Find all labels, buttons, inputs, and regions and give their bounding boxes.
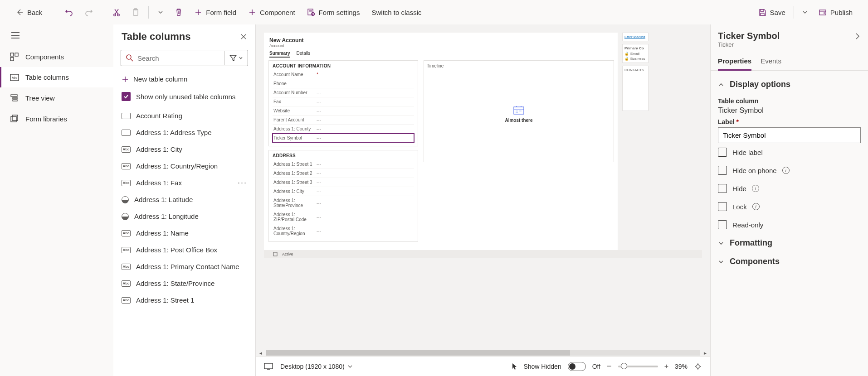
column-item[interactable]: Address 1: Longitude [113, 208, 255, 225]
form-field-row[interactable]: Website--- [273, 106, 414, 116]
hide-checkbox[interactable]: Hide i [718, 179, 861, 198]
switch-classic-button[interactable]: Switch to classic [368, 6, 425, 19]
search-row [121, 50, 248, 66]
hide-label-checkbox[interactable]: Hide label [718, 143, 861, 161]
delete-button[interactable] [171, 5, 186, 19]
form-field-row[interactable]: Fax--- [273, 97, 414, 106]
form-tab-summary[interactable]: Summary [269, 51, 290, 58]
search-input[interactable] [137, 54, 220, 62]
label-input[interactable] [718, 127, 861, 143]
nav-form-libraries[interactable]: Form libraries [0, 108, 113, 129]
stub-primary-card[interactable]: Primary Co 🔒Email 🔒Business [622, 44, 649, 63]
section-display-options[interactable]: Display options [718, 75, 861, 94]
tab-events[interactable]: Events [761, 53, 781, 70]
viewport-selector[interactable]: Desktop (1920 x 1080) [280, 363, 353, 370]
zoom-slider[interactable] [618, 366, 658, 367]
section-components[interactable]: Components [718, 252, 861, 271]
form-settings-button[interactable]: Form settings [303, 5, 364, 19]
column-item[interactable]: AbcAddress 1: City [113, 141, 255, 158]
form-field-row[interactable]: Address 1: County--- [273, 125, 414, 134]
switch-classic-label: Switch to classic [371, 9, 421, 16]
stub-error-card[interactable]: Error loading [622, 33, 649, 41]
scroll-right-icon[interactable]: ► [703, 351, 707, 356]
canvas-scroll[interactable]: New Account Account Summary Details ACCO… [256, 24, 710, 350]
field-label: Phone [273, 81, 317, 86]
hamburger-button[interactable] [0, 24, 113, 46]
add-form-field-button[interactable]: Form field [190, 5, 240, 19]
column-item[interactable]: AbcAddress 1: Street 1 [113, 292, 255, 309]
new-table-column-button[interactable]: New table column [113, 70, 255, 88]
column-item[interactable]: Address 1: Address Type [113, 124, 255, 141]
horizontal-scrollbar[interactable]: ◄ ► [256, 350, 710, 356]
form-field-row[interactable]: Address 1: Street 1--- [273, 160, 414, 169]
optionset-icon [122, 130, 131, 136]
hide-on-phone-checkbox[interactable]: Hide on phone i [718, 161, 861, 179]
info-icon[interactable]: i [752, 203, 760, 210]
cut-button[interactable] [109, 5, 124, 19]
error-loading-link[interactable]: Error loading [624, 35, 645, 39]
form-field-row[interactable]: Address 1: State/Province--- [273, 196, 414, 210]
save-chevron-button[interactable] [799, 7, 811, 18]
column-item[interactable]: AbcAddress 1: State/Province [113, 275, 255, 292]
lock-checkbox[interactable]: Lock i [718, 198, 861, 216]
redo-button[interactable] [81, 5, 97, 19]
back-button[interactable]: Back [12, 5, 46, 19]
form-field-row[interactable]: Address 1: ZIP/Postal Code--- [273, 210, 414, 224]
column-item[interactable]: AbcAddress 1: Post Office Box [113, 241, 255, 258]
column-item[interactable]: AbcAddress 1: Name [113, 225, 255, 241]
nav-table-columns[interactable]: Abc Table columns [0, 67, 113, 87]
field-label: Address 1: Country/Region [273, 226, 317, 236]
form-field-row[interactable]: Ticker Symbol--- [273, 134, 414, 142]
read-only-checkbox[interactable]: Read-only [718, 216, 861, 234]
column-item[interactable]: AbcAddress 1: Fax··· [113, 174, 255, 191]
zoom-in-button[interactable]: + [664, 362, 668, 371]
fit-to-screen-button[interactable] [694, 362, 702, 371]
props-tabs: Properties Events [711, 51, 868, 71]
save-button[interactable]: Save [755, 5, 789, 19]
column-item[interactable]: AbcAddress 1: Country/Region [113, 158, 255, 174]
form-status-strip: Active [264, 250, 702, 258]
more-button[interactable]: ··· [238, 178, 247, 188]
close-panel-button[interactable] [240, 33, 247, 40]
undo-button[interactable] [61, 5, 77, 19]
status-icon [273, 252, 278, 256]
form-preview[interactable]: New Account Account Summary Details ACCO… [264, 33, 618, 250]
stub-primary-label: Primary Co [624, 46, 646, 50]
column-list[interactable]: Account RatingAddress 1: Address TypeAbc… [113, 107, 255, 376]
scroll-left-icon[interactable]: ◄ [258, 351, 263, 356]
zoom-out-button[interactable]: − [607, 362, 612, 371]
show-hidden-toggle[interactable] [568, 362, 586, 371]
form-field-row[interactable]: Parent Account--- [273, 116, 414, 125]
nav-components[interactable]: Components [0, 46, 113, 67]
filter-button[interactable] [224, 51, 248, 65]
column-item[interactable]: Address 1: Latitude [113, 191, 255, 208]
section-address[interactable]: ADDRESS Address 1: Street 1---Address 1:… [268, 150, 418, 242]
column-item[interactable]: Account Rating [113, 107, 255, 124]
field-value: --- [317, 126, 321, 131]
show-only-unused-checkbox[interactable]: Show only unused table columns [113, 88, 255, 107]
add-component-button[interactable]: Component [244, 5, 299, 19]
form-field-row[interactable]: Phone--- [273, 79, 414, 88]
form-tab-details[interactable]: Details [297, 51, 311, 58]
publish-button[interactable]: Publish [815, 5, 856, 19]
info-icon[interactable]: i [782, 167, 790, 174]
section-formatting[interactable]: Formatting [718, 234, 861, 252]
tab-properties[interactable]: Properties [718, 53, 751, 71]
form-field-row[interactable]: Account Name*--- [273, 70, 414, 79]
paste-chevron-button[interactable] [154, 7, 167, 18]
text-icon: Abc [122, 163, 131, 169]
nav-tree-view[interactable]: Tree view [0, 87, 113, 108]
form-field-row[interactable]: Address 1: Street 3--- [273, 178, 414, 187]
paste-button[interactable] [128, 5, 143, 19]
expand-panel-button[interactable] [854, 32, 861, 41]
column-item[interactable]: AbcAddress 1: Primary Contact Name [113, 258, 255, 275]
info-icon[interactable]: i [752, 185, 759, 192]
form-field-row[interactable]: Address 1: City--- [273, 187, 414, 196]
form-field-row[interactable]: Account Number--- [273, 88, 414, 97]
form-field-row[interactable]: Address 1: Street 2--- [273, 169, 414, 178]
section-account-info[interactable]: ACCOUNT INFORMATION Account Name*---Phon… [268, 60, 418, 146]
timeline-section[interactable]: Timeline Almost there [424, 60, 614, 162]
section-title: ADDRESS [273, 153, 414, 158]
form-field-row[interactable]: Address 1: Country/Region--- [273, 224, 414, 238]
stub-contacts-card[interactable]: CONTACTS [622, 66, 649, 111]
